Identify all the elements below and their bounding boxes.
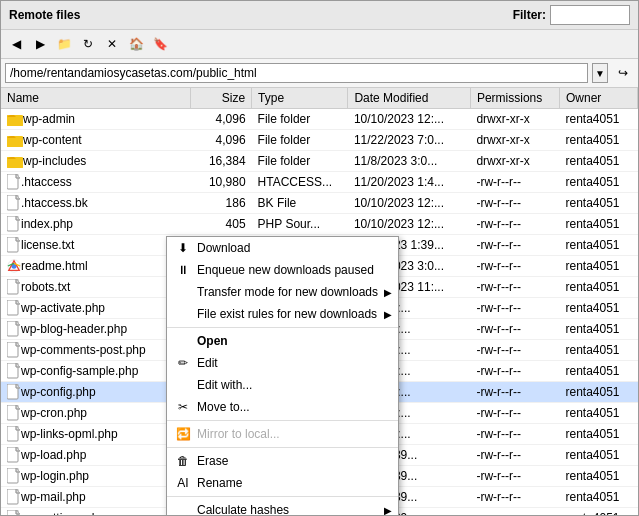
context-menu-item-move-to[interactable]: ✂Move to... <box>167 396 398 418</box>
bookmark-button[interactable]: 🔖 <box>149 33 171 55</box>
file-owner: renta4051 <box>560 235 638 256</box>
filter-label: Filter: <box>513 8 546 22</box>
file-owner: renta4051 <box>560 151 638 172</box>
path-go-button[interactable]: ↪ <box>612 62 634 84</box>
file-type: File folder <box>252 130 348 151</box>
context-menu-label-open: Open <box>197 334 228 348</box>
file-permissions: -rw-r--r-- <box>470 277 559 298</box>
file-permissions: -rw-r--r-- <box>470 298 559 319</box>
file-owner: renta4051 <box>560 361 638 382</box>
file-permissions: -rw-r--r-- <box>470 361 559 382</box>
context-menu-item-file-exist[interactable]: File exist rules for new downloads▶ <box>167 303 398 325</box>
table-row[interactable]: wp-content4,096File folder11/22/2023 7:0… <box>1 130 638 151</box>
context-menu-open-icon <box>175 333 191 349</box>
col-header-permissions[interactable]: Permissions <box>470 88 559 109</box>
context-menu-item-enqueue[interactable]: ⏸Enqueue new downloads paused <box>167 259 398 281</box>
stop-button[interactable]: ✕ <box>101 33 123 55</box>
file-permissions: -rw-r--r-- <box>470 424 559 445</box>
context-menu-item-calc-hashes[interactable]: Calculate hashes▶ <box>167 499 398 516</box>
back-button[interactable]: ◀ <box>5 33 27 55</box>
col-header-size[interactable]: Size <box>190 88 251 109</box>
context-menu-mirror-icon: 🔁 <box>175 426 191 442</box>
file-name: wp-mail.php <box>7 489 184 505</box>
file-name: readme.html <box>7 258 184 274</box>
path-dropdown-button[interactable]: ▼ <box>592 63 608 83</box>
submenu-arrow-icon: ▶ <box>384 505 392 516</box>
toolbar: ◀ ▶ 📁 ↻ ✕ 🏠 🔖 <box>1 30 638 59</box>
col-header-name[interactable]: Name <box>1 88 190 109</box>
table-row[interactable]: .htaccess10,980HTACCESS...11/20/2023 1:4… <box>1 172 638 193</box>
file-name: wp-activate.php <box>7 300 184 316</box>
file-size: 4,096 <box>190 130 251 151</box>
stop-icon: ✕ <box>107 37 117 51</box>
col-header-date[interactable]: Date Modified <box>348 88 471 109</box>
forward-icon: ▶ <box>36 37 45 51</box>
file-permissions: -rw-r--r-- <box>470 193 559 214</box>
table-row[interactable]: .htaccess.bk186BK File10/10/2023 12:...-… <box>1 193 638 214</box>
context-menu-item-download[interactable]: ⬇Download <box>167 237 398 259</box>
context-menu-label-enqueue: Enqueue new downloads paused <box>197 263 374 277</box>
file-size: 10,980 <box>190 172 251 193</box>
context-menu-item-rename[interactable]: AIRename <box>167 472 398 494</box>
context-menu-label-mirror: Mirror to local... <box>197 427 280 441</box>
svg-rect-8 <box>7 159 23 168</box>
file-permissions: -rw-r--r-- <box>470 487 559 508</box>
file-permissions: drwxr-xr-x <box>470 130 559 151</box>
submenu-arrow-icon: ▶ <box>384 309 392 320</box>
context-menu-label-download: Download <box>197 241 250 255</box>
table-row[interactable]: wp-admin4,096File folder10/10/2023 12:..… <box>1 109 638 130</box>
forward-button[interactable]: ▶ <box>29 33 51 55</box>
file-name: .htaccess <box>7 174 184 190</box>
context-menu-item-edit[interactable]: ✏Edit <box>167 352 398 374</box>
folder-icon <box>7 111 23 127</box>
context-menu-label-edit: Edit <box>197 356 218 370</box>
file-icon <box>7 447 21 463</box>
file-icon <box>7 174 21 190</box>
file-owner: renta4051 <box>560 214 638 235</box>
path-input[interactable] <box>5 63 588 83</box>
svg-rect-5 <box>7 138 23 147</box>
title-bar: Remote files Filter: <box>1 1 638 30</box>
file-type: PHP Sour... <box>252 214 348 235</box>
file-name: wp-config-sample.php <box>7 363 184 379</box>
context-menu-item-open[interactable]: Open <box>167 330 398 352</box>
col-header-type[interactable]: Type <box>252 88 348 109</box>
file-permissions: -rw-r--r-- <box>470 466 559 487</box>
file-name: index.php <box>7 216 184 232</box>
table-row[interactable]: index.php405PHP Sour...10/10/2023 12:...… <box>1 214 638 235</box>
file-icon <box>7 195 21 211</box>
context-menu-transfer-mode-icon <box>175 284 191 300</box>
file-type: File folder <box>252 151 348 172</box>
file-icon <box>7 279 21 295</box>
file-size: 16,384 <box>190 151 251 172</box>
file-owner: renta4051 <box>560 172 638 193</box>
parent-dir-button[interactable]: 📁 <box>53 33 75 55</box>
context-menu-separator <box>167 447 398 448</box>
context-menu-item-edit-with[interactable]: Edit with... <box>167 374 398 396</box>
filter-input[interactable] <box>550 5 630 25</box>
file-icon <box>7 321 21 337</box>
table-header: Name Size Type Date Modified Permissions… <box>1 88 638 109</box>
context-menu-label-file-exist: File exist rules for new downloads <box>197 307 377 321</box>
file-type: BK File <box>252 193 348 214</box>
refresh-button[interactable]: ↻ <box>77 33 99 55</box>
home-button[interactable]: 🏠 <box>125 33 147 55</box>
file-icon <box>7 426 21 442</box>
file-permissions: -rw-r--r-- <box>470 508 559 516</box>
file-name: license.txt <box>7 237 184 253</box>
remote-files-window: Remote files Filter: ◀ ▶ 📁 ↻ ✕ 🏠 🔖 <box>0 0 639 516</box>
context-menu-item-transfer-mode[interactable]: Transfer mode for new downloads▶ <box>167 281 398 303</box>
file-permissions: -rw-r--r-- <box>470 256 559 277</box>
file-icon <box>7 489 21 505</box>
file-name: wp-cron.php <box>7 405 184 421</box>
context-menu-separator <box>167 420 398 421</box>
col-header-owner[interactable]: Owner <box>560 88 638 109</box>
file-permissions: -rw-r--r-- <box>470 172 559 193</box>
file-icon <box>7 342 21 358</box>
file-size: 186 <box>190 193 251 214</box>
context-menu-item-erase[interactable]: 🗑Erase <box>167 450 398 472</box>
context-menu-enqueue-icon: ⏸ <box>175 262 191 278</box>
table-row[interactable]: wp-includes16,384File folder11/8/2023 3:… <box>1 151 638 172</box>
svg-rect-2 <box>7 117 23 126</box>
file-icon <box>7 237 21 253</box>
